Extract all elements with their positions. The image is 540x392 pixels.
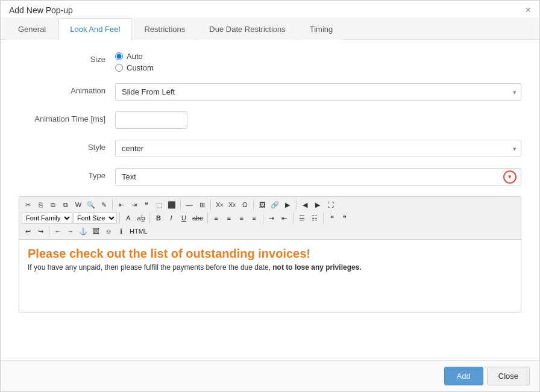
toolbar-sep-6	[119, 213, 120, 223]
font-size-select[interactable]: Font Size	[73, 212, 117, 224]
tab-timing[interactable]: Timing	[298, 18, 345, 40]
tab-look-and-feel[interactable]: Look And Feel	[58, 18, 131, 40]
close-button[interactable]: Close	[487, 367, 530, 385]
info-button[interactable]: ℹ	[115, 225, 127, 237]
align-right-button[interactable]: ≡	[236, 212, 248, 224]
dialog: Add New Pop-up × General Look And Feel R…	[0, 0, 540, 392]
redo-button[interactable]: ↪	[34, 225, 46, 237]
dialog-title-bar: Add New Pop-up ×	[1, 1, 539, 17]
blockquote-left-button[interactable]: ❝	[326, 212, 338, 224]
font-color-button[interactable]: A	[122, 212, 134, 224]
link-button[interactable]: 🔗	[269, 199, 281, 211]
find-button[interactable]: 🔍	[85, 199, 97, 211]
ordered-list-button[interactable]: ☷	[309, 212, 321, 224]
increase-indent-button[interactable]: ⇥	[266, 212, 278, 224]
type-field: Text Image Video ▾	[115, 168, 521, 185]
editor-body[interactable]: Please check out the list of outstanding…	[19, 240, 521, 312]
content-area: Size Auto Custom Animation None Slide Fr…	[1, 40, 539, 360]
dialog-footer: Add Close	[1, 360, 539, 391]
highlight-button[interactable]: ab̲	[135, 212, 147, 224]
next-button[interactable]: ▶	[312, 199, 324, 211]
animation-time-input[interactable]: 2000	[115, 111, 187, 129]
list-button[interactable]: ☰	[296, 212, 308, 224]
style-label: Style	[19, 140, 115, 152]
tab-bar: General Look And Feel Restrictions Due D…	[1, 17, 539, 40]
superscript-button[interactable]: Xx	[226, 199, 238, 211]
cut-button[interactable]: ✂	[22, 199, 34, 211]
style-row: Style center top bottom ▾	[19, 140, 521, 157]
html-button[interactable]: HTML	[128, 225, 149, 237]
hr-button[interactable]: —	[183, 199, 195, 211]
dialog-close-x-button[interactable]: ×	[526, 5, 531, 15]
arrow-right-button[interactable]: →	[64, 225, 77, 237]
tab-restrictions[interactable]: Restrictions	[133, 18, 196, 40]
strikethrough-button[interactable]: abc	[190, 212, 205, 224]
image-button[interactable]: 🖼	[256, 199, 268, 211]
size-custom-radio[interactable]	[115, 64, 123, 72]
animation-row: Animation None Slide From Left Slide Fro…	[19, 83, 521, 101]
toolbar-sep-3	[210, 199, 211, 210]
toolbar-row-2: Font Family Font Size A ab̲ B I U abc	[22, 212, 518, 224]
edit-button[interactable]: ✎	[98, 199, 110, 211]
editor-toolbar: ✂ ⎘ ⧉ ⧉ W 🔍 ✎ ⇤ ⇥ ❝ ⬚ ⬛ — ⊞	[19, 197, 521, 240]
align-center-button[interactable]: ≡	[223, 212, 235, 224]
animation-field: None Slide From Left Slide From Right Fa…	[115, 83, 521, 101]
size-field: Auto Custom	[115, 52, 521, 72]
size-auto-radio[interactable]	[115, 52, 123, 60]
tab-due-date-restrictions[interactable]: Due Date Restrictions	[198, 18, 297, 40]
animation-select[interactable]: None Slide From Left Slide From Right Fa…	[115, 83, 521, 101]
paste-text-button[interactable]: ⧉	[60, 199, 72, 211]
animation-time-field: 2000	[115, 111, 521, 129]
editor-section: ✂ ⎘ ⧉ ⧉ W 🔍 ✎ ⇤ ⇥ ❝ ⬚ ⬛ — ⊞	[19, 196, 521, 313]
underline-button[interactable]: U	[178, 212, 190, 224]
numbered-list-button[interactable]: ⬚	[153, 199, 165, 211]
media-button[interactable]: ▶	[281, 199, 294, 211]
anchor-button[interactable]: ⚓	[77, 225, 89, 237]
indent-more-button[interactable]: ⇥	[128, 199, 140, 211]
add-button[interactable]: Add	[444, 367, 483, 385]
toolbar-sep-12	[49, 226, 49, 237]
prev-button[interactable]: ◀	[299, 199, 311, 211]
table-button[interactable]: ⊞	[196, 199, 208, 211]
tab-general[interactable]: General	[7, 18, 57, 40]
type-select[interactable]: Text Image Video	[115, 168, 521, 185]
toolbar-sep-1	[112, 199, 113, 210]
align-justify-button[interactable]: ≡	[248, 212, 260, 224]
blockquote-right-button[interactable]: ❞	[339, 212, 351, 224]
undo-button[interactable]: ↩	[22, 225, 34, 237]
bold-button[interactable]: B	[152, 212, 165, 224]
editor-headline: Please check out the list of outstanding…	[28, 247, 512, 261]
special-char-button[interactable]: Ω	[239, 199, 251, 211]
align-left-button[interactable]: ≡	[210, 212, 222, 224]
toolbar-sep-2	[180, 199, 181, 210]
arrow-left-button[interactable]: ←	[52, 225, 64, 237]
type-row: Type Text Image Video ▾	[19, 168, 521, 185]
copy-button[interactable]: ⎘	[34, 199, 46, 211]
font-family-select[interactable]: Font Family	[22, 212, 72, 224]
emoticon-button[interactable]: ☺	[102, 225, 115, 237]
fullscreen-button[interactable]: ⛶	[324, 199, 336, 211]
toolbar-sep-5	[296, 199, 297, 210]
animation-time-row: Animation Time [ms] 2000	[19, 111, 521, 129]
paste-button[interactable]: ⧉	[47, 199, 59, 211]
block-quote-button[interactable]: ❝	[140, 199, 152, 211]
toolbar-row-1: ✂ ⎘ ⧉ ⧉ W 🔍 ✎ ⇤ ⇥ ❝ ⬚ ⬛ — ⊞	[22, 199, 518, 211]
size-auto-option[interactable]: Auto	[115, 52, 521, 61]
style-field: center top bottom ▾	[115, 140, 521, 157]
italic-button[interactable]: I	[165, 212, 177, 224]
toolbar-sep-8	[207, 213, 208, 223]
subscript-button[interactable]: Xx	[213, 199, 225, 211]
decrease-indent-button[interactable]: ⇤	[278, 212, 290, 224]
size-label: Size	[19, 52, 115, 64]
toolbar-sep-7	[149, 213, 150, 223]
animation-time-label: Animation Time [ms]	[19, 111, 115, 123]
editor-subtext: If you have any unpaid, then please fulf…	[28, 263, 512, 272]
size-custom-option[interactable]: Custom	[115, 63, 521, 72]
indent-less-button[interactable]: ⇤	[115, 199, 127, 211]
bullet-list-button[interactable]: ⬛	[166, 199, 178, 211]
image2-button[interactable]: 🖼	[90, 225, 102, 237]
toolbar-row-3: ↩ ↪ ← → ⚓ 🖼 ☺ ℹ HTML	[22, 225, 518, 237]
style-select[interactable]: center top bottom	[115, 140, 521, 157]
size-row: Size Auto Custom	[19, 52, 521, 72]
paste-word-button[interactable]: W	[72, 199, 84, 211]
